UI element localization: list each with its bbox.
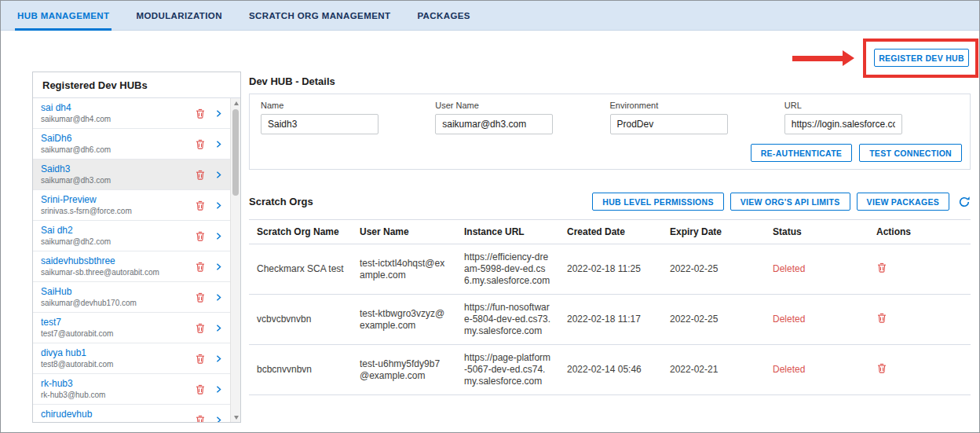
delete-hub-icon[interactable] xyxy=(195,353,206,365)
list-item[interactable]: sai dh4 saikumar@dh4.com xyxy=(33,98,230,129)
hub-name[interactable]: chirudevhub xyxy=(41,409,188,420)
hub-name[interactable]: Srini-Preview xyxy=(41,194,188,205)
delete-org-icon[interactable] xyxy=(876,262,887,273)
delete-org-icon[interactable] xyxy=(876,362,887,374)
list-item[interactable]: divya hub1 test8@autorabit.com xyxy=(33,343,230,374)
chevron-right-icon[interactable] xyxy=(214,140,223,149)
delete-hub-icon[interactable] xyxy=(195,414,206,423)
list-item[interactable]: rk-hub3 rk-hub3@hub.com xyxy=(33,374,230,405)
list-item[interactable]: chirudevhub chiranjeebeedx1@autorabit.co… xyxy=(33,405,230,422)
delete-hub-icon[interactable] xyxy=(195,292,206,303)
delete-hub-icon[interactable] xyxy=(195,169,206,181)
hub-level-permissions-button[interactable]: HUB LEVEL PERMISSIONS xyxy=(592,193,723,211)
scrollbar-thumb[interactable] xyxy=(232,109,239,196)
tab-scratch-org-management[interactable]: SCRATCH ORG MANAGEMENT xyxy=(247,1,393,30)
list-item[interactable]: SaiHub saikumar@devhub170.com xyxy=(33,282,230,313)
hub-name[interactable]: SaiHub xyxy=(41,286,188,297)
name-field-group: Name xyxy=(261,101,435,134)
chevron-right-icon[interactable] xyxy=(214,171,223,179)
chevron-right-icon[interactable] xyxy=(214,232,223,240)
url-field-group: URL xyxy=(784,101,959,134)
delete-hub-icon[interactable] xyxy=(195,230,206,242)
register-dev-hub-button[interactable]: REGISTER DEV HUB xyxy=(874,49,969,67)
hub-name[interactable]: rk-hub3 xyxy=(41,378,188,389)
table-row: vcbvcbvnvbn test-ktbwgro3vzyz@example.co… xyxy=(249,295,971,345)
environment-field[interactable] xyxy=(610,114,728,134)
hub-list-scrollbar[interactable] xyxy=(230,98,240,422)
org-expiry-cell: 2022-02-25 xyxy=(662,244,765,295)
org-status-cell: Deleted xyxy=(765,295,868,345)
org-url-cell: https://fun-nosoftware-5804-dev-ed.cs73.… xyxy=(456,295,559,345)
org-actions-cell xyxy=(868,345,971,395)
chevron-right-icon[interactable] xyxy=(214,262,223,271)
scratch-orgs-title: Scratch Orgs xyxy=(249,196,313,207)
delete-hub-icon[interactable] xyxy=(195,383,206,395)
chevron-right-icon[interactable] xyxy=(214,354,223,363)
table-row: bcbcnvvnbvn test-u6hmy5fdy9b7@example.co… xyxy=(249,345,971,395)
org-created-cell: 2022-02-14 05:46 xyxy=(559,345,662,395)
chevron-right-icon[interactable] xyxy=(214,109,223,118)
top-nav: HUB MANAGEMENT MODULARIZATION SCRATCH OR… xyxy=(1,1,979,31)
org-name-cell: vcbvcbvnvbn xyxy=(249,295,352,345)
view-org-api-limits-button[interactable]: VIEW ORG'S API LIMITS xyxy=(730,193,850,211)
delete-hub-icon[interactable] xyxy=(195,322,206,334)
col-created-date: Created Date xyxy=(559,220,662,244)
environment-label: Environment xyxy=(610,101,784,110)
name-field[interactable] xyxy=(261,114,378,134)
scroll-up-icon[interactable] xyxy=(231,98,240,108)
org-user-cell: test-ictxtl4ohqst@example.com xyxy=(352,244,456,295)
hub-name[interactable]: Sai dh2 xyxy=(41,225,188,236)
delete-hub-icon[interactable] xyxy=(195,200,206,211)
hub-email: saikumar-sb.three@autorabit.com xyxy=(41,268,188,277)
hub-name[interactable]: sai dh4 xyxy=(41,102,188,113)
hub-name[interactable]: test7 xyxy=(41,317,188,328)
org-actions-cell xyxy=(868,295,971,345)
hub-name[interactable]: Saidh3 xyxy=(41,163,188,174)
re-authenticate-button[interactable]: RE-AUTHENTICATE xyxy=(751,144,852,162)
delete-org-icon[interactable] xyxy=(876,312,887,324)
url-field[interactable] xyxy=(784,114,902,134)
chevron-right-icon[interactable] xyxy=(214,201,223,210)
refresh-icon[interactable] xyxy=(958,196,971,208)
chevron-right-icon[interactable] xyxy=(214,385,223,394)
delete-hub-icon[interactable] xyxy=(195,261,206,273)
registered-dev-hubs-panel: Registered Dev HUBs sai dh4 saikumar@dh4… xyxy=(32,72,241,423)
col-instance-url: Instance URL xyxy=(456,220,559,244)
hub-email: saikumar@dh2.com xyxy=(41,237,188,247)
url-label: URL xyxy=(784,101,959,110)
hub-name[interactable]: SaiDh6 xyxy=(41,133,188,144)
hub-name[interactable]: divya hub1 xyxy=(41,347,188,358)
col-expiry-date: Expiry Date xyxy=(662,220,765,244)
table-row: Checkmarx SCA test test-ictxtl4ohqst@exa… xyxy=(249,244,971,295)
hub-list-title: Registered Dev HUBs xyxy=(33,72,240,98)
list-item[interactable]: SaiDh6 saikumar@dh6.com xyxy=(33,129,230,160)
delete-hub-icon[interactable] xyxy=(195,108,206,119)
list-item[interactable]: Sai dh2 saikumar@dh2.com xyxy=(33,221,230,251)
delete-hub-icon[interactable] xyxy=(195,138,206,150)
tab-packages[interactable]: PACKAGES xyxy=(415,1,473,30)
hub-email: test8@autorabit.com xyxy=(41,360,188,369)
chevron-right-icon[interactable] xyxy=(214,416,223,423)
annotation-arrow xyxy=(792,50,854,66)
test-connection-button[interactable]: TEST CONNECTION xyxy=(859,144,962,162)
hub-email: saikumar@devhub170.com xyxy=(41,299,188,308)
list-item[interactable]: Srini-Preview srinivas.s-fsrn@force.com xyxy=(33,190,230,221)
hub-name[interactable]: saidevhubsbthree xyxy=(41,255,188,266)
chevron-right-icon[interactable] xyxy=(214,293,223,302)
org-name-cell: bcbcnvvnbvn xyxy=(249,345,352,395)
list-item[interactable]: saidevhubsbthree saikumar-sb.three@autor… xyxy=(33,251,230,282)
chevron-right-icon[interactable] xyxy=(214,324,223,332)
hub-email: test7@autorabit.com xyxy=(41,329,188,339)
tab-hub-management[interactable]: HUB MANAGEMENT xyxy=(15,1,112,30)
org-user-cell: test-ktbwgro3vzyz@example.com xyxy=(352,295,456,345)
name-label: Name xyxy=(261,101,435,110)
tab-modularization[interactable]: MODULARIZATION xyxy=(133,1,225,30)
view-packages-button[interactable]: VIEW PACKAGES xyxy=(857,193,949,211)
username-field[interactable] xyxy=(435,114,553,134)
org-expiry-cell: 2022-02-21 xyxy=(662,345,765,395)
list-item[interactable]: test7 test7@autorabit.com xyxy=(33,313,230,343)
scroll-down-icon[interactable] xyxy=(231,413,240,422)
org-expiry-cell: 2022-02-25 xyxy=(662,295,765,345)
org-actions-cell xyxy=(868,244,971,295)
list-item-selected[interactable]: Saidh3 saikumar@dh3.com xyxy=(33,160,230,190)
